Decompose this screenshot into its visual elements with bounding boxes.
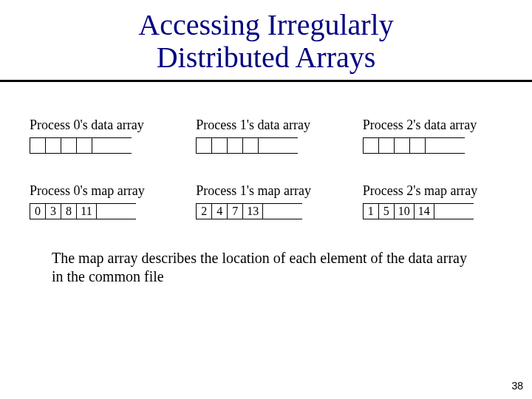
data-cells [196,137,259,154]
cell-empty [409,137,426,154]
page-number: 38 [511,380,523,392]
slide: Accessing Irregularly Distributed Arrays… [0,0,532,399]
cell-empty [363,137,379,154]
caption-text: The map array describes the location of … [0,219,532,286]
data-array-label: Process 0's data array [30,117,169,133]
map-array-row: 0 3 8 11 [30,203,169,219]
map-cell: 2 [196,203,212,219]
map-array-block-2: Process 2's map array 1 5 10 14 [363,183,502,219]
map-array-label: Process 1's map array [196,183,335,199]
map-cell: 1 [363,203,379,219]
map-cells: 0 3 8 11 [30,203,97,219]
map-cell: 0 [30,203,46,219]
map-cell: 11 [76,203,97,219]
map-cell: 8 [61,203,77,219]
data-array-block-1: Process 1's data array [196,117,335,154]
data-array-row [363,137,502,154]
map-cells: 2 4 7 13 [196,203,263,219]
map-cell: 13 [242,203,263,219]
data-cells [30,137,92,154]
slide-title: Accessing Irregularly Distributed Arrays [0,0,532,74]
cell-empty [30,137,46,154]
map-array-label: Process 2's map array [363,183,502,199]
map-cell: 3 [45,203,61,219]
cell-empty [378,137,395,154]
data-array-label: Process 2's data array [363,117,502,133]
cell-empty [76,137,92,154]
data-array-block-2: Process 2's data array [363,117,502,154]
map-cell: 4 [211,203,228,219]
cell-empty [61,137,77,154]
cell-empty [45,137,61,154]
map-cell: 14 [414,203,434,219]
map-array-row: 1 5 10 14 [363,203,502,219]
map-array-row: 2 4 7 13 [196,203,335,219]
cell-empty [227,137,243,154]
cell-empty [196,137,212,154]
row-extension [434,203,474,219]
title-line-2: Distributed Arrays [0,41,532,74]
map-array-block-0: Process 0's map array 0 3 8 11 [30,183,169,219]
row-extension [262,203,302,219]
map-cells: 1 5 10 14 [363,203,434,219]
cell-empty [211,137,228,154]
row-extension [258,137,298,154]
cell-empty [242,137,259,154]
row-extension [92,137,132,154]
row-extension [425,137,465,154]
data-array-block-0: Process 0's data array [30,117,169,154]
row-extension [96,203,136,219]
map-cell: 7 [227,203,243,219]
content-grid: Process 0's data array Process 1's data … [0,82,532,219]
cell-empty [394,137,410,154]
map-cell: 10 [394,203,415,219]
map-cell: 5 [378,203,395,219]
data-cells [363,137,426,154]
data-array-row [30,137,169,154]
map-array-block-1: Process 1's map array 2 4 7 13 [196,183,335,219]
title-line-1: Accessing Irregularly [0,9,532,41]
map-array-label: Process 0's map array [30,183,169,199]
data-array-row [196,137,335,154]
data-array-label: Process 1's data array [196,117,335,133]
